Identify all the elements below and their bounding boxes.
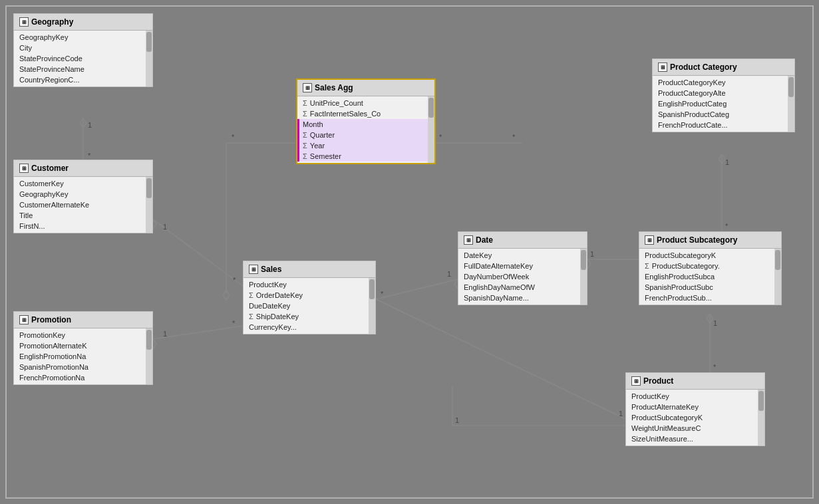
table-icon: ⊞ — [464, 235, 473, 245]
table-icon: ⊞ — [645, 235, 654, 245]
sales-title: Sales — [261, 265, 281, 274]
field-englishdayname: EnglishDayNameOfW — [458, 282, 587, 293]
productcategory-title: Product Category — [670, 63, 737, 72]
field-stateprovincename: StateProvinceName — [14, 64, 152, 74]
geography-fields: GeographyKey City StateProvinceCode Stat… — [14, 31, 152, 86]
field-geographykey: GeographyKey — [14, 189, 152, 199]
date-table[interactable]: ⊞ Date DateKey FullDateAlternateKey DayN… — [458, 231, 587, 305]
field-productkey: ProductKey — [244, 279, 375, 290]
field-duedatekey: DueDateKey — [244, 301, 375, 311]
productsubcategory-table[interactable]: ⊞ Product Subcategory ProductSubcategory… — [639, 231, 782, 305]
field-year: ΣYear — [297, 140, 434, 151]
field-productsubcategory2: ΣProductSubcategory. — [639, 261, 781, 271]
field-geographykey: GeographyKey — [14, 32, 152, 43]
field-datekey: DateKey — [458, 250, 587, 261]
svg-text:*: * — [232, 133, 235, 141]
productsubcategory-table-header: ⊞ Product Subcategory — [639, 232, 781, 249]
field-productcategoryalte: ProductCategoryAlte — [653, 88, 794, 98]
table-icon: ⊞ — [303, 83, 312, 92]
field-orderdatekey: ΣOrderDateKey — [244, 290, 375, 301]
customer-title: Customer — [31, 164, 69, 173]
product-title: Product — [643, 376, 673, 386]
field-city: City — [14, 43, 152, 53]
salesagg-title: Sales Agg — [315, 83, 353, 92]
field-quarter: ΣQuarter — [297, 130, 434, 140]
field-weightunitmeasure: WeightUnitMeasureC — [626, 423, 764, 434]
field-englishproductcateg: EnglishProductCateg — [653, 98, 794, 109]
promotion-table-header: ⊞ Promotion — [14, 312, 152, 328]
product-fields: ProductKey ProductAlternateKey ProductSu… — [626, 390, 764, 445]
svg-text:1: 1 — [163, 223, 167, 231]
productcategory-table[interactable]: ⊞ Product Category ProductCategoryKey Pr… — [652, 59, 795, 132]
svg-text:1: 1 — [447, 270, 451, 278]
svg-text:*: * — [725, 222, 729, 230]
table-icon: ⊞ — [658, 63, 667, 72]
svg-text:1: 1 — [590, 250, 594, 258]
field-productsubcategoryk: ProductSubcategoryK — [626, 412, 764, 423]
field-productalternatekey: ProductAlternateKey — [626, 402, 764, 412]
table-icon: ⊞ — [19, 17, 29, 27]
customer-table[interactable]: ⊞ Customer CustomerKey GeographyKey Cust… — [13, 160, 153, 233]
field-spanishproductsubc: SpanishProductSubc — [639, 282, 781, 293]
sales-table-header: ⊞ Sales — [244, 261, 375, 278]
date-table-header: ⊞ Date — [458, 232, 587, 249]
svg-marker-31 — [719, 154, 725, 164]
table-icon: ⊞ — [249, 265, 258, 274]
field-productsubcategorykey: ProductSubcategoryK — [639, 250, 781, 261]
geography-table-header: ⊞ Geography — [14, 14, 152, 31]
promotion-title: Promotion — [31, 315, 71, 324]
salesagg-table[interactable]: ⊞ Sales Agg ΣUnitPrice_Count ΣFactIntern… — [296, 78, 436, 164]
svg-marker-2 — [80, 118, 86, 128]
field-stateprovincecode: StateProvinceCode — [14, 53, 152, 64]
svg-text:1: 1 — [455, 416, 459, 424]
field-customeralternate: CustomerAlternateKe — [14, 199, 152, 210]
productcategory-table-header: ⊞ Product Category — [653, 59, 794, 76]
geography-table[interactable]: ⊞ Geography GeographyKey City StateProvi… — [13, 13, 153, 87]
field-factinternet: ΣFactInternetSales_Co — [297, 108, 434, 119]
svg-text:1: 1 — [713, 319, 717, 327]
field-currencykey: CurrencyKey... — [244, 322, 375, 332]
svg-line-37 — [376, 299, 625, 419]
svg-line-19 — [376, 279, 458, 299]
diagram-canvas: 1 * 1 * 1 * * * * * 1 1 1 — [0, 0, 819, 504]
field-spanishdayname: SpanishDayName... — [458, 293, 587, 303]
customer-table-header: ⊞ Customer — [14, 160, 152, 177]
field-frenchproductcate: FrenchProductCate... — [653, 120, 794, 130]
field-customerkey: CustomerKey — [14, 178, 152, 189]
sales-fields: ProductKey ΣOrderDateKey DueDateKey ΣShi… — [244, 278, 375, 334]
svg-marker-18 — [223, 291, 230, 300]
promotion-fields: PromotionKey PromotionAlternateK English… — [14, 328, 152, 384]
field-englishproductsubca: EnglishProductSubca — [639, 271, 781, 282]
customer-fields: CustomerKey GeographyKey CustomerAlterna… — [14, 177, 152, 233]
svg-text:1: 1 — [619, 410, 623, 418]
field-englishpromotion: EnglishPromotionNa — [14, 351, 152, 362]
svg-text:*: * — [381, 290, 384, 298]
svg-text:1: 1 — [725, 158, 729, 166]
field-countryregion: CountryRegionC... — [14, 74, 152, 85]
svg-text:*: * — [233, 276, 236, 284]
salesagg-table-header: ⊞ Sales Agg — [297, 80, 434, 96]
field-promotionalternate: PromotionAlternateK — [14, 340, 152, 351]
svg-text:*: * — [512, 133, 516, 141]
salesagg-fields: ΣUnitPrice_Count ΣFactInternetSales_Co M… — [297, 96, 434, 163]
date-fields: DateKey FullDateAlternateKey DayNumberOf… — [458, 249, 587, 305]
promotion-table[interactable]: ⊞ Promotion PromotionKey PromotionAltern… — [13, 311, 153, 385]
field-frenchpromotion: FrenchPromotionNa — [14, 372, 152, 383]
productsubcategory-fields: ProductSubcategoryK ΣProductSubcategory.… — [639, 249, 781, 305]
field-shipdatekey: ΣShipDateKey — [244, 311, 375, 322]
table-icon: ⊞ — [631, 376, 641, 386]
geography-title: Geography — [31, 17, 73, 27]
table-icon: ⊞ — [19, 315, 29, 324]
svg-text:1: 1 — [88, 121, 92, 129]
field-month: Month — [297, 119, 434, 130]
date-title: Date — [476, 235, 493, 245]
svg-marker-35 — [707, 314, 713, 323]
sales-table[interactable]: ⊞ Sales ProductKey ΣOrderDateKey DueDate… — [243, 261, 376, 334]
product-table[interactable]: ⊞ Product ProductKey ProductAlternateKey… — [625, 372, 765, 446]
svg-text:*: * — [713, 363, 717, 371]
field-daynumberofweek: DayNumberOfWeek — [458, 271, 587, 282]
productsubcategory-title: Product Subcategory — [657, 235, 737, 245]
field-fulldatealternate: FullDateAlternateKey — [458, 261, 587, 271]
field-unitprice: ΣUnitPrice_Count — [297, 98, 434, 108]
field-promotionkey: PromotionKey — [14, 330, 152, 340]
